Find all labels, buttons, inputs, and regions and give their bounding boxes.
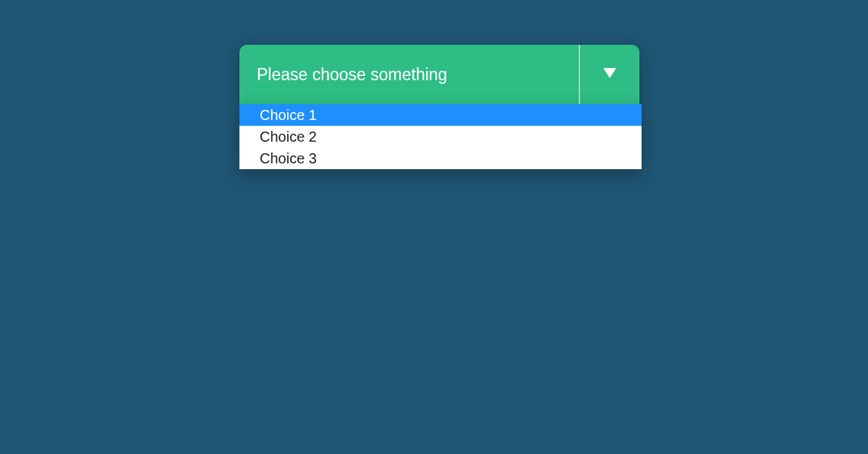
dropdown-option-3[interactable]: Choice 3 — [239, 147, 642, 169]
dropdown-option-1[interactable]: Choice 1 — [239, 104, 642, 126]
dropdown-option-2[interactable]: Choice 2 — [239, 126, 642, 147]
svg-marker-0 — [603, 68, 616, 78]
dropdown-toggle[interactable] — [579, 45, 639, 104]
dropdown-option-label: Choice 2 — [260, 129, 317, 145]
dropdown-placeholder: Please choose something — [239, 45, 579, 104]
chevron-down-icon — [603, 68, 616, 81]
dropdown-option-label: Choice 3 — [260, 150, 317, 167]
dropdown-header[interactable]: Please choose something — [239, 45, 639, 104]
dropdown-list: Choice 1 Choice 2 Choice 3 — [239, 104, 642, 169]
dropdown: Please choose something Choice 1 Choice … — [239, 45, 639, 169]
dropdown-option-label: Choice 1 — [260, 107, 317, 124]
